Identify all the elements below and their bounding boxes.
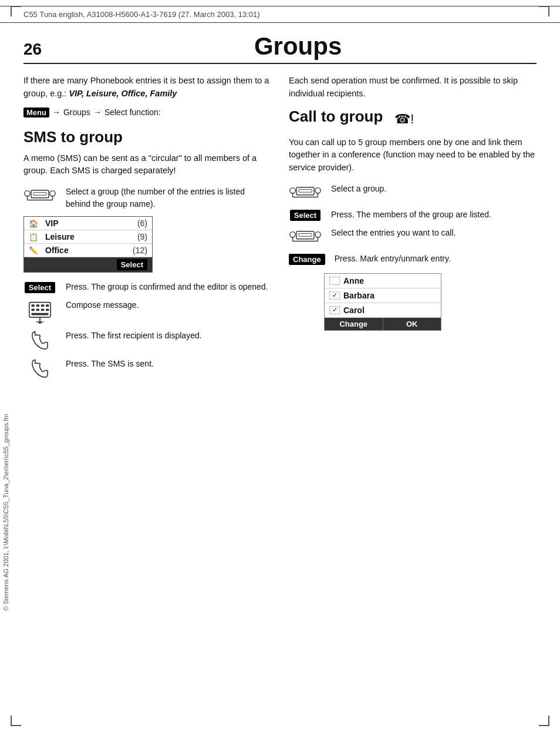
intro-paragraph: If there are many Phonebook entries it i… [23, 75, 271, 100]
svg-point-0 [25, 191, 30, 196]
sms-step1-row: Select a group (the number of the entrie… [23, 186, 271, 210]
svg-rect-3 [33, 192, 46, 195]
carol-name: Carol [343, 305, 365, 315]
corner-bottom-right [539, 716, 549, 726]
corner-top-left [11, 6, 21, 16]
change-action-btn[interactable]: Change [325, 318, 383, 330]
call-step2-row: Select Press. The members of the group a… [289, 209, 537, 221]
svg-marker-18 [36, 321, 45, 324]
call-heading: Call to group [289, 108, 383, 126]
main-content: 26 Groups If there are many Phonebook en… [0, 32, 560, 409]
call-group-icon: ☎! [394, 112, 414, 127]
contact-row-anne: Anne [325, 274, 441, 288]
call-step1-text: Select a group. [331, 183, 537, 195]
menu-tag: Menu [23, 108, 49, 117]
page-number: 26 [23, 40, 42, 59]
two-column-layout: If there are many Phonebook entries it i… [23, 75, 537, 386]
side-copyright-text: © Siemens AG 2001, I:\Mobil\L55\C55_Tuna… [2, 414, 9, 611]
svg-point-26 [290, 231, 295, 237]
svg-rect-2 [31, 190, 49, 198]
sms-step4-text: Press. The first recipient is displayed. [66, 330, 271, 342]
svg-rect-28 [296, 231, 314, 239]
leisure-count: (9) [130, 232, 147, 241]
svg-rect-9 [36, 304, 39, 307]
sms-step2-text: Press. The group is confirmed and the ed… [66, 281, 271, 293]
svg-rect-29 [299, 233, 312, 236]
sms-step3-text: Compose message. [66, 299, 271, 311]
call-step2-icon-cell: Select [289, 209, 322, 221]
handset-icon-cell-step4 [23, 330, 56, 352]
svg-rect-8 [31, 304, 34, 307]
call-select-badge[interactable]: Select [290, 210, 321, 221]
sms-heading: SMS to group [23, 128, 271, 146]
sms-step2-row: Select Press. The group is confirmed and… [23, 281, 271, 293]
sms-step5-text: Press. The SMS is sent. [66, 358, 271, 370]
sms-step1-text: Select a group (the number of the entrie… [66, 186, 271, 210]
call-step4-row: Change Press. Mark entry/unmark entry. [289, 253, 537, 265]
leisure-icon: 📋 [29, 233, 41, 241]
call-step3-text: Select the entries you want to call. [331, 227, 537, 239]
svg-rect-10 [41, 304, 44, 307]
group-select-badge[interactable]: Select [117, 259, 147, 270]
call-change-badge[interactable]: Change [289, 254, 325, 265]
vip-icon: 🏠 [29, 219, 41, 228]
svg-rect-15 [46, 309, 49, 311]
phone-icon-step1 [23, 186, 56, 206]
contact-list-container: Anne Barbara Carol Change O [324, 273, 537, 331]
svg-rect-11 [46, 304, 49, 307]
svg-rect-22 [299, 189, 312, 192]
anne-check [329, 277, 340, 285]
sms-intro-text: A memo (SMS) can be sent as a "circular"… [23, 152, 271, 178]
left-column: If there are many Phonebook entries it i… [23, 75, 271, 386]
call-step4-text: Press. Mark entry/unmark entry. [335, 253, 537, 265]
barbara-name: Barbara [343, 291, 375, 300]
svg-point-1 [50, 191, 55, 196]
svg-point-19 [290, 187, 295, 193]
title-row: 26 Groups [23, 32, 537, 64]
sms-select-badge[interactable]: Select [25, 282, 55, 293]
group-list-container: 🏠 VIP (6) 📋 Leisure (9) ✏️ Office (1 [23, 216, 271, 273]
right-intro: Each send operation must be confirmed. I… [289, 75, 537, 100]
call-heading-row: Call to group ☎! [289, 108, 537, 132]
call-step4-icon-cell: Change [289, 253, 325, 265]
svg-rect-21 [296, 187, 314, 194]
handset-icon-cell-step5 [23, 358, 56, 380]
office-count: (12) [130, 246, 147, 255]
vip-name: VIP [45, 219, 125, 228]
barbara-check [329, 291, 340, 300]
svg-rect-14 [41, 309, 44, 311]
page-title: Groups [59, 32, 537, 61]
sms-step4-row: Press. The first recipient is displayed. [23, 330, 271, 352]
contact-row-carol: Carol [325, 303, 441, 318]
compose-icon-cell [23, 299, 56, 324]
group-list-row-office: ✏️ Office (12) [24, 244, 152, 257]
corner-bottom-left [11, 716, 21, 726]
office-icon: ✏️ [29, 246, 41, 255]
arrow2: → [93, 108, 102, 117]
ok-action-btn[interactable]: OK [383, 318, 441, 330]
call-intro-text: You can call up to 5 group members one b… [289, 136, 537, 174]
corner-top-right [539, 6, 549, 16]
arrow1: → [52, 108, 60, 117]
group-list: 🏠 VIP (6) 📋 Leisure (9) ✏️ Office (1 [23, 216, 153, 273]
call-step1-row: Select a group. [289, 183, 537, 203]
menu-breadcrumb: Menu → Groups → Select function: [23, 108, 271, 117]
page-header: C55 Tuna english, A31008-H5600-A1-3-7619… [0, 6, 560, 23]
contact-row-barbara: Barbara [325, 288, 441, 303]
breadcrumb-select-function: Select function: [104, 108, 161, 117]
contact-list: Anne Barbara Carol Change O [324, 273, 441, 331]
call-step3-row: Select the entries you want to call. [289, 227, 537, 247]
contact-actions-row: Change OK [325, 318, 441, 330]
anne-name: Anne [343, 276, 364, 286]
call-step2-text: Press. The members of the group are list… [331, 209, 537, 221]
svg-point-27 [315, 231, 321, 237]
leisure-name: Leisure [45, 232, 125, 241]
sms-step2-icon-cell: Select [23, 281, 56, 293]
breadcrumb-groups: Groups [63, 108, 90, 117]
svg-rect-16 [31, 313, 48, 315]
header-text: C55 Tuna english, A31008-H5600-A1-3-7619… [23, 10, 260, 19]
call-phone-icon [289, 183, 322, 203]
svg-rect-13 [36, 309, 39, 311]
office-name: Office [45, 246, 125, 255]
right-column: Each send operation must be confirmed. I… [289, 75, 537, 386]
